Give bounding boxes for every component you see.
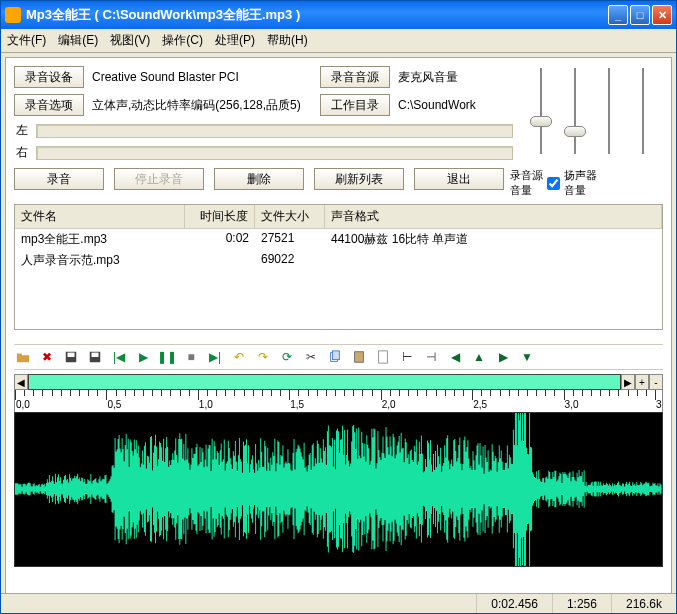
status-bar: 0:02.456 1:256 216.6k [1, 593, 676, 613]
list-header: 文件名 时间长度 文件大小 声音格式 [15, 205, 662, 229]
timeline-plus-button[interactable]: + [635, 374, 649, 390]
audio-toolbar: ✖ |◀ ▶ ❚❚ ■ ▶| ↶ ↷ ⟳ ✂ ⊢ ⊣ ◀ ▲ ▶ ▼ [14, 344, 663, 370]
volume-sliders [521, 66, 663, 156]
header-format[interactable]: 声音格式 [325, 205, 662, 228]
list-row[interactable]: mp3全能王.mp3 0:02 27521 44100赫兹 16比特 单声道 [15, 229, 662, 250]
menu-file[interactable]: 文件(F) [7, 32, 46, 49]
slider-2[interactable] [561, 68, 589, 154]
timeline-overview[interactable] [28, 374, 621, 390]
exit-button[interactable]: 退出 [414, 168, 504, 190]
slider-1[interactable] [527, 68, 555, 154]
svg-rect-7 [379, 351, 388, 363]
record-source-button[interactable]: 录音音源 [320, 66, 390, 88]
vu-right-meter [36, 146, 513, 160]
zoom-in-right-icon[interactable]: ▶ [494, 348, 512, 366]
timeline-right-button[interactable]: ▶ [621, 374, 635, 390]
stop-icon[interactable]: ■ [182, 348, 200, 366]
close-button[interactable]: ✕ [652, 5, 672, 25]
stop-record-button[interactable]: 停止录音 [114, 168, 204, 190]
titlebar[interactable]: Mp3全能王 ( C:\SoundWork\mp3全能王.mp3 ) _ □ ✕ [1, 1, 676, 29]
record-button[interactable]: 录音 [14, 168, 104, 190]
cut-icon[interactable]: ✂ [302, 348, 320, 366]
record-device-value: Creative Sound Blaster PCI [92, 70, 312, 84]
menu-operate[interactable]: 操作(C) [162, 32, 203, 49]
record-device-button[interactable]: 录音设备 [14, 66, 84, 88]
menu-process[interactable]: 处理(P) [215, 32, 255, 49]
save-as-icon[interactable] [86, 348, 104, 366]
delete-button[interactable]: 删除 [214, 168, 304, 190]
header-filename[interactable]: 文件名 [15, 205, 185, 228]
menubar: 文件(F) 编辑(E) 视图(V) 操作(C) 处理(P) 帮助(H) [1, 29, 676, 53]
slider-4[interactable] [629, 68, 657, 154]
header-size[interactable]: 文件大小 [255, 205, 325, 228]
work-dir-value: C:\SoundWork [398, 98, 476, 112]
vu-left-meter [36, 124, 513, 138]
skip-start-icon[interactable]: |◀ [110, 348, 128, 366]
svg-rect-3 [92, 353, 99, 357]
slider-3[interactable] [595, 68, 623, 154]
speaker-volume-checkbox[interactable] [547, 177, 560, 190]
zoom-fit-icon[interactable]: ▲ [470, 348, 488, 366]
redo-icon[interactable]: ↷ [254, 348, 272, 366]
paste-icon[interactable] [350, 348, 368, 366]
zoom-out-left-icon[interactable]: ◀ [446, 348, 464, 366]
status-time: 0:02.456 [476, 594, 552, 613]
speaker-volume-label: 扬声器 音量 [564, 168, 597, 198]
menu-view[interactable]: 视图(V) [110, 32, 150, 49]
time-ruler[interactable]: 0,00,51,01,52,02,53,03,5 [14, 390, 663, 412]
status-rate: 216.6k [611, 594, 676, 613]
refresh-list-button[interactable]: 刷新列表 [314, 168, 404, 190]
menu-help[interactable]: 帮助(H) [267, 32, 308, 49]
work-dir-button[interactable]: 工作目录 [320, 94, 390, 116]
marker-right-icon[interactable]: ⊣ [422, 348, 440, 366]
svg-rect-1 [68, 353, 75, 357]
save-icon[interactable] [62, 348, 80, 366]
marker-left-icon[interactable]: ⊢ [398, 348, 416, 366]
content-area: 录音设备 Creative Sound Blaster PCI 录音音源 麦克风… [5, 57, 672, 611]
undo-icon[interactable]: ↶ [230, 348, 248, 366]
menu-edit[interactable]: 编辑(E) [58, 32, 98, 49]
waveform-display[interactable] [14, 412, 663, 567]
skip-end-icon[interactable]: ▶| [206, 348, 224, 366]
vu-left-label: 左 [14, 122, 30, 139]
record-source-value: 麦克风音量 [398, 69, 458, 86]
record-options-value: 立体声,动态比特率编码(256,128,品质5) [92, 97, 312, 114]
timeline-left-button[interactable]: ◀ [14, 374, 28, 390]
status-zoom: 1:256 [552, 594, 611, 613]
window-title: Mp3全能王 ( C:\SoundWork\mp3全能王.mp3 ) [26, 6, 608, 24]
app-icon [5, 7, 21, 23]
close-file-icon[interactable]: ✖ [38, 348, 56, 366]
zoom-down-icon[interactable]: ▼ [518, 348, 536, 366]
vu-right-label: 右 [14, 144, 30, 161]
list-row[interactable]: 人声录音示范.mp3 69022 [15, 250, 662, 271]
timeline-minus-button[interactable]: - [649, 374, 663, 390]
record-source-volume-label: 录音源 音量 [510, 168, 543, 198]
svg-rect-6 [355, 352, 364, 363]
app-window: Mp3全能王 ( C:\SoundWork\mp3全能王.mp3 ) _ □ ✕… [0, 0, 677, 614]
copy-icon[interactable] [326, 348, 344, 366]
svg-rect-5 [332, 351, 339, 360]
file-list[interactable]: 文件名 时间长度 文件大小 声音格式 mp3全能王.mp3 0:02 27521… [14, 204, 663, 330]
record-options-button[interactable]: 录音选项 [14, 94, 84, 116]
pause-icon[interactable]: ❚❚ [158, 348, 176, 366]
refresh-icon[interactable]: ⟳ [278, 348, 296, 366]
maximize-button[interactable]: □ [630, 5, 650, 25]
header-time[interactable]: 时间长度 [185, 205, 255, 228]
minimize-button[interactable]: _ [608, 5, 628, 25]
open-file-icon[interactable] [14, 348, 32, 366]
document-icon[interactable] [374, 348, 392, 366]
play-icon[interactable]: ▶ [134, 348, 152, 366]
